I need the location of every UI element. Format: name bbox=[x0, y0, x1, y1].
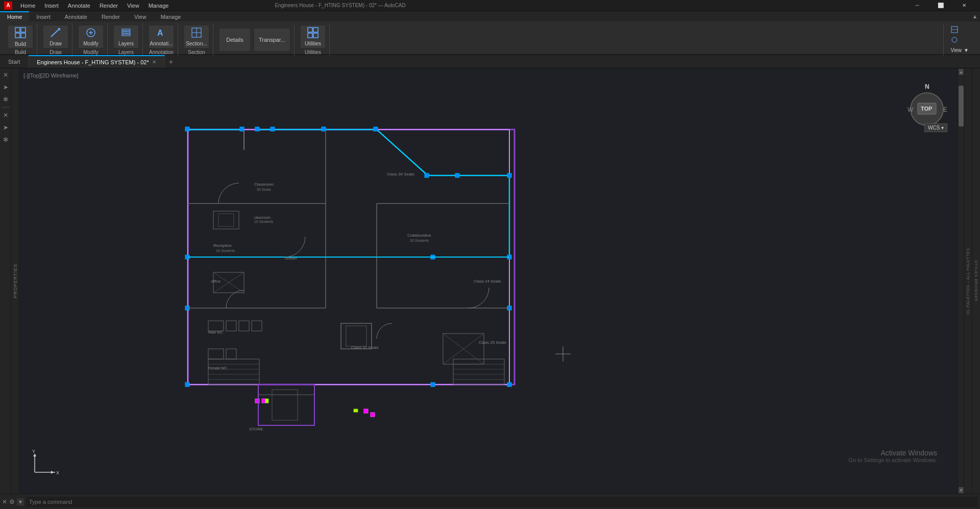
utilities-group-label: Utilities bbox=[305, 49, 321, 56]
svg-rect-41 bbox=[507, 173, 511, 177]
svg-text:Collaborative: Collaborative bbox=[407, 233, 431, 238]
minimize-button[interactable]: ─ bbox=[905, 0, 929, 11]
properties-label[interactable]: PROPERTIES bbox=[13, 264, 18, 298]
menu-render[interactable]: Render bbox=[95, 2, 122, 10]
modify-label: Modify bbox=[83, 41, 98, 46]
svg-text:W: W bbox=[908, 106, 914, 113]
transparency-icon: Transpar... bbox=[259, 37, 285, 43]
svg-text:Male WC: Male WC bbox=[208, 330, 223, 334]
tab-close-icon[interactable]: ✕ bbox=[152, 59, 156, 65]
tool-close-icon[interactable]: ✕ bbox=[1, 70, 10, 80]
tool-settings2-icon[interactable]: ✻ bbox=[1, 135, 10, 144]
close-icon[interactable]: ✕ bbox=[2, 498, 7, 505]
settings-icon[interactable]: ⚙ bbox=[9, 498, 15, 505]
view-chevron-icon: ▼ bbox=[964, 47, 969, 53]
wcs-label: WCS bbox=[928, 125, 940, 131]
ribbon-tabs: Home Insert Annotate Render View Manage … bbox=[0, 11, 980, 21]
svg-point-21 bbox=[952, 37, 957, 42]
utilities-button[interactable]: Utilities bbox=[301, 26, 325, 48]
new-tab-button[interactable]: + bbox=[165, 56, 177, 68]
layers-button[interactable]: Layers bbox=[114, 26, 138, 48]
activate-windows-subtitle: Go to Settings to activate Windows. bbox=[848, 457, 937, 463]
svg-rect-34 bbox=[240, 127, 244, 131]
svg-rect-35 bbox=[255, 127, 259, 131]
viewport[interactable]: [-][Top][2D Wireframe] bbox=[19, 68, 958, 494]
build-button[interactable]: Build bbox=[8, 26, 33, 48]
close-button[interactable]: ✕ bbox=[952, 0, 976, 11]
svg-rect-67 bbox=[239, 321, 249, 331]
styles-browser-label[interactable]: STYLES BROWSER bbox=[972, 258, 980, 303]
svg-text:Class 30 Seats: Class 30 Seats bbox=[387, 172, 414, 176]
styles-browser-sidebar: STYLES BROWSER bbox=[972, 68, 980, 494]
tab-start-label: Start bbox=[8, 59, 20, 65]
details-icon: Details bbox=[226, 37, 243, 43]
left-toolbar: ✕ ➤ ✻ ✕ ➤ ✻ bbox=[0, 68, 11, 494]
command-input[interactable] bbox=[26, 497, 978, 507]
ribbon-group-modify: Modify Modify bbox=[75, 23, 108, 56]
menu-home[interactable]: Home bbox=[16, 2, 39, 10]
ribbon-tab-insert[interactable]: Insert bbox=[29, 12, 58, 21]
section-label: Section... bbox=[186, 41, 207, 46]
view-group-items: View ▼ bbox=[948, 23, 972, 56]
svg-rect-9 bbox=[122, 32, 130, 33]
separator-1 bbox=[2, 107, 10, 108]
utilities-label: Utilities bbox=[305, 41, 321, 46]
restore-button[interactable]: ⬜ bbox=[929, 0, 952, 11]
ribbon-tab-annotate[interactable]: Annotate bbox=[58, 12, 94, 21]
svg-text:Class 25 Seats: Class 25 Seats bbox=[479, 340, 506, 345]
view-btn-2[interactable] bbox=[948, 35, 972, 44]
svg-text:X: X bbox=[56, 470, 59, 475]
ribbon-group-section: Section... Section bbox=[180, 23, 213, 56]
app-icon: A bbox=[4, 2, 12, 10]
menu-manage[interactable]: Manage bbox=[144, 2, 173, 10]
tab-start[interactable]: Start bbox=[0, 55, 29, 68]
activate-windows-title: Activate Windows bbox=[848, 449, 937, 457]
svg-rect-16 bbox=[313, 28, 318, 32]
svg-rect-38 bbox=[374, 127, 378, 131]
svg-text:TOP: TOP bbox=[921, 106, 932, 112]
view-dropdown[interactable]: View ▼ bbox=[948, 45, 972, 55]
palettes-label[interactable]: OL PALETTES – ALL PALETTES bbox=[964, 246, 972, 317]
compass-rose: N E S W TOP bbox=[906, 79, 947, 119]
scroll-up-button[interactable]: ▲ bbox=[959, 69, 964, 75]
ribbon-tab-render[interactable]: Render bbox=[94, 12, 127, 21]
scroll-thumb[interactable] bbox=[959, 86, 964, 126]
wcs-button[interactable]: WCS ▾ bbox=[924, 123, 947, 132]
draw-button[interactable]: Draw bbox=[43, 26, 68, 48]
ribbon-tab-manage[interactable]: Manage bbox=[154, 12, 188, 21]
view-btn-1[interactable] bbox=[948, 25, 972, 34]
svg-rect-37 bbox=[322, 127, 326, 131]
view-label: View bbox=[951, 47, 962, 53]
menu-annotate[interactable]: Annotate bbox=[64, 2, 94, 10]
details-button[interactable]: Details bbox=[219, 29, 250, 51]
details-btn-group: Details bbox=[219, 29, 250, 51]
section-button[interactable]: Section... bbox=[184, 26, 209, 48]
modify-icon bbox=[85, 27, 97, 40]
svg-rect-109 bbox=[258, 385, 314, 425]
tab-engineers-house[interactable]: Engineers House - F_HTING SYSTEM) - 02* … bbox=[29, 55, 164, 68]
annotation-label: Annotati... bbox=[150, 41, 173, 46]
scroll-down-button[interactable]: ▼ bbox=[959, 487, 964, 493]
svg-rect-85 bbox=[346, 326, 366, 346]
ribbon-toggle[interactable]: ▲ bbox=[970, 11, 980, 21]
tool-arrow-icon[interactable]: ➤ bbox=[1, 83, 10, 92]
vertical-scrollbar[interactable]: ▲ ▼ bbox=[958, 68, 964, 494]
modify-button[interactable]: Modify bbox=[79, 26, 103, 48]
tool-arrow2-icon[interactable]: ➤ bbox=[1, 123, 10, 132]
svg-line-4 bbox=[51, 29, 60, 37]
annotation-button[interactable]: A Annotati... bbox=[149, 26, 174, 48]
svg-text:A: A bbox=[157, 29, 163, 37]
menu-insert[interactable]: Insert bbox=[40, 2, 63, 10]
dropdown-icon[interactable]: ▾ bbox=[17, 498, 24, 505]
transparency-button[interactable]: Transpar... bbox=[254, 29, 290, 51]
menu-view[interactable]: View bbox=[123, 2, 143, 10]
ribbon-tab-view[interactable]: View bbox=[127, 12, 154, 21]
command-bar: ✕ ⚙ ▾ bbox=[0, 494, 980, 509]
ribbon-group-build: Build Build bbox=[4, 23, 37, 56]
tool-settings-icon[interactable]: ✻ bbox=[1, 95, 10, 104]
ribbon-tab-home[interactable]: Home bbox=[0, 11, 29, 21]
app-title: Engineers House - F_HTING SYSTEM) - 02* … bbox=[275, 3, 405, 8]
tool-close2-icon[interactable]: ✕ bbox=[1, 111, 10, 120]
properties-sidebar: PROPERTIES bbox=[11, 68, 19, 494]
ribbon-group-layers: Layers Layers bbox=[110, 23, 143, 56]
